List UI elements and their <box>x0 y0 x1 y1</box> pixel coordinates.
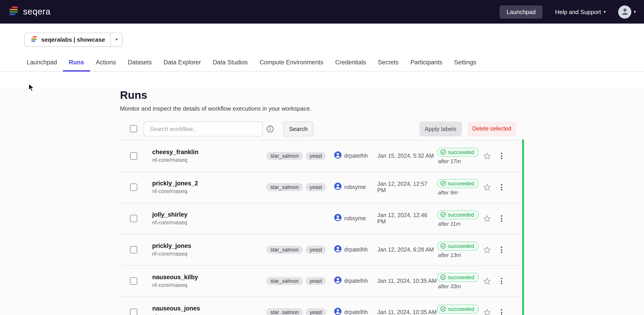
tab-actions[interactable]: Actions <box>90 53 122 71</box>
tab-label: Actions <box>96 59 116 66</box>
row-menu-button[interactable] <box>496 244 507 255</box>
status-badge: succeeded <box>437 273 479 282</box>
run-name-cell: jolly_shirley nf-core/rnaseq <box>152 211 266 226</box>
run-row[interactable]: cheesy_franklin nf-core/rnaseq star_salm… <box>120 141 523 172</box>
run-row[interactable]: prickly_jones_2 nf-core/rnaseq star_salm… <box>120 172 523 203</box>
tab-credentials[interactable]: Credentials <box>329 53 372 71</box>
apply-labels-button[interactable]: Apply labels <box>419 121 462 136</box>
user-menu[interactable]: ▾ <box>618 5 636 18</box>
help-and-support-menu[interactable]: Help and Support ▾ <box>555 9 606 15</box>
star-button[interactable] <box>482 275 492 286</box>
launchpad-button[interactable]: Launchpad <box>500 5 542 18</box>
tab-launchpad[interactable]: Launchpad <box>21 53 63 71</box>
run-checkbox[interactable] <box>130 215 137 222</box>
user-icon <box>334 151 342 160</box>
workspace-selector-main[interactable]: seqeralabs | showcase <box>25 33 110 46</box>
run-checkbox[interactable] <box>130 277 137 285</box>
run-name-cell: cheesy_franklin nf-core/rnaseq <box>152 149 266 163</box>
top-navbar: seqera Launchpad Help and Support ▾ ▾ <box>0 0 644 24</box>
run-name-cell: nauseous_kilby nf-core/rnaseq <box>152 274 266 288</box>
page-subtitle: Monitor and inspect the details of workf… <box>120 105 523 112</box>
run-name-cell: prickly_jones nf-core/rnaseq <box>152 242 266 257</box>
tab-label: Data Studios <box>213 59 248 66</box>
user-icon <box>334 183 342 192</box>
label-pill: yeast <box>306 246 326 254</box>
star-icon <box>482 152 491 160</box>
workspace-dropdown-button[interactable]: ▾ <box>110 33 122 46</box>
tab-runs[interactable]: Runs <box>63 53 90 71</box>
star-button[interactable] <box>482 244 492 255</box>
label-pill: star_salmon <box>266 246 303 254</box>
run-name[interactable]: cheesy_franklin <box>152 149 266 155</box>
brand-name: seqera <box>23 7 50 17</box>
run-date: Jan 12, 2024, 12:57 PM <box>377 181 437 194</box>
run-name[interactable]: nauseous_jones <box>152 305 266 312</box>
label-pill: yeast <box>306 183 326 191</box>
status-badge: succeeded <box>437 179 479 188</box>
chevron-down-icon: ▾ <box>604 10 606 14</box>
tab-label: Compute Environments <box>260 59 323 66</box>
status-label: succeeded <box>448 306 474 312</box>
tab-participants[interactable]: Participants <box>404 53 448 71</box>
label-pill: yeast <box>306 277 326 285</box>
run-user: drpatelhh <box>334 245 377 254</box>
user-name: robsyme <box>344 215 366 222</box>
status-badge: succeeded <box>437 210 479 219</box>
row-menu-button[interactable] <box>496 275 507 286</box>
kebab-menu-icon <box>501 278 502 279</box>
run-row[interactable]: nauseous_jones nf-core/rnaseq star_salmo… <box>120 297 523 315</box>
tab-datasets[interactable]: Datasets <box>122 53 158 71</box>
tab-settings[interactable]: Settings <box>448 53 482 71</box>
green-status-strip <box>522 140 524 315</box>
search-button[interactable]: Search <box>283 121 314 136</box>
select-all-checkbox[interactable] <box>130 125 137 132</box>
run-row[interactable]: nauseous_kilby nf-core/rnaseq star_salmo… <box>120 266 523 297</box>
run-checkbox[interactable] <box>130 309 137 315</box>
page-title: Runs <box>120 89 523 102</box>
tab-secrets[interactable]: Secrets <box>372 53 405 71</box>
star-button[interactable] <box>482 182 492 193</box>
status-label: succeeded <box>448 149 474 155</box>
row-menu-button[interactable] <box>496 182 507 193</box>
run-labels: star_salmonyeast <box>266 183 334 191</box>
run-name[interactable]: prickly_jones <box>152 242 266 249</box>
check-circle-icon <box>440 180 446 186</box>
run-row[interactable]: prickly_jones nf-core/rnaseq star_salmon… <box>120 234 523 266</box>
star-icon <box>482 245 491 254</box>
user-icon <box>334 214 342 223</box>
search-input[interactable] <box>144 121 263 136</box>
run-name[interactable]: jolly_shirley <box>152 211 266 218</box>
run-status-cell: succeeded after 11m <box>437 210 482 227</box>
star-button[interactable] <box>482 150 492 161</box>
run-status-cell: succeeded after 17m <box>437 148 482 164</box>
run-name[interactable]: nauseous_kilby <box>152 274 266 280</box>
row-menu-button[interactable] <box>496 150 507 161</box>
star-icon <box>482 183 491 191</box>
star-icon <box>482 308 491 315</box>
run-labels: star_salmonyeast <box>266 308 334 315</box>
run-name[interactable]: prickly_jones_2 <box>152 180 266 187</box>
run-row[interactable]: jolly_shirley nf-core/rnaseq robsyme Jan… <box>120 203 523 234</box>
check-circle-icon <box>440 306 446 312</box>
row-menu-button[interactable] <box>496 307 507 315</box>
star-button[interactable] <box>482 213 492 224</box>
run-checkbox[interactable] <box>130 152 137 160</box>
tab-data-studios[interactable]: Data Studios <box>207 53 254 71</box>
run-duration: after 33m <box>437 283 461 289</box>
run-checkbox[interactable] <box>130 184 137 191</box>
user-icon <box>334 276 342 285</box>
tab-compute-environments[interactable]: Compute Environments <box>254 53 329 71</box>
label-pill: star_salmon <box>266 308 303 315</box>
star-button[interactable] <box>482 307 492 315</box>
info-icon[interactable] <box>266 125 274 133</box>
kebab-menu-icon <box>501 309 502 310</box>
tab-data-explorer[interactable]: Data Explorer <box>158 53 207 71</box>
tab-label: Credentials <box>335 59 366 66</box>
brand[interactable]: seqera <box>8 6 50 18</box>
workspace-name: seqeralabs | showcase <box>41 36 105 43</box>
row-menu-button[interactable] <box>496 213 507 224</box>
run-checkbox[interactable] <box>130 246 137 253</box>
run-status-cell: succeeded after 9m <box>437 179 482 196</box>
delete-selected-button[interactable]: Delete selected <box>468 121 516 136</box>
workspace-selector[interactable]: seqeralabs | showcase ▾ <box>24 33 123 47</box>
